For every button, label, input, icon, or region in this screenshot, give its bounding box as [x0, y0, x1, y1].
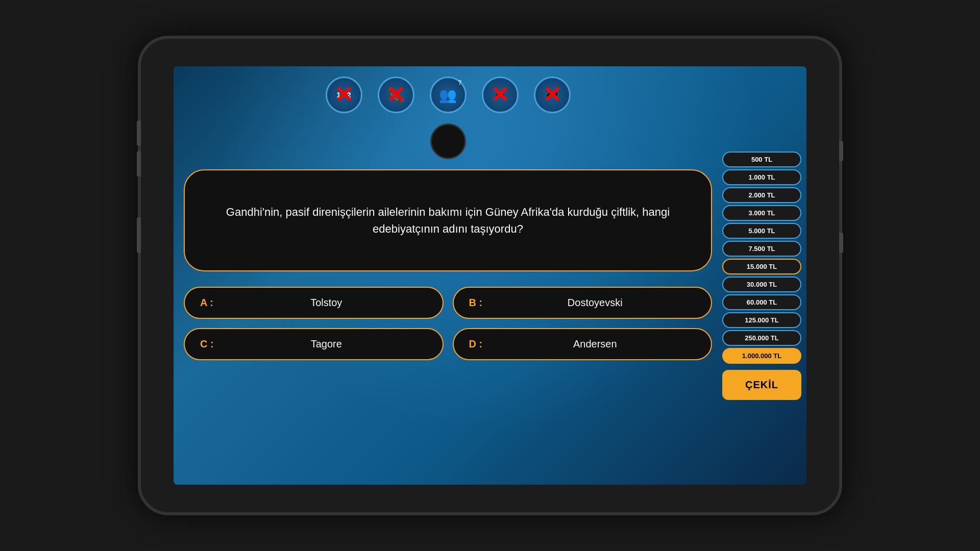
extra-lifeline[interactable]: ↩ ✕	[534, 77, 571, 113]
cekil-button[interactable]: ÇEKİL	[722, 370, 801, 400]
question-text: Gandhi'nin, pasif direnişçilerin aileler…	[205, 204, 691, 237]
answer-b-value: Dostoyevski	[495, 297, 696, 309]
ask-audience-lifeline[interactable]: 👥 ?	[430, 77, 467, 113]
side-button-mid[interactable]	[839, 233, 843, 253]
game-area: 1 × 2 ✕ 📞 ✕	[174, 66, 722, 485]
switch-icon: ↔	[493, 87, 507, 103]
question-box: Gandhi'nin, pasif direnişçilerin aileler…	[184, 169, 712, 271]
timer-circle	[430, 123, 466, 159]
answer-c-value: Tagore	[226, 338, 427, 350]
prize-ladder: 500 TL 1.000 TL 2.000 TL 3.000 TL 5.000 …	[722, 66, 806, 485]
answer-b[interactable]: B : Dostoyevski	[453, 287, 713, 319]
answer-d-value: Andersen	[495, 338, 696, 350]
prize-7500[interactable]: 7.500 TL	[722, 241, 801, 257]
prize-60000[interactable]: 60.000 TL	[722, 294, 801, 310]
lifelines-row: 1 × 2 ✕ 📞 ✕	[184, 77, 712, 113]
answer-c-letter: C :	[200, 338, 215, 350]
extra-icon: ↩	[546, 87, 558, 104]
power-button[interactable]	[137, 217, 141, 253]
answer-a[interactable]: A : Tolstoy	[184, 287, 444, 319]
answer-d-letter: D :	[469, 338, 484, 350]
prize-15000[interactable]: 15.000 TL	[722, 259, 801, 274]
prize-125000[interactable]: 125.000 TL	[722, 312, 801, 328]
prize-1000[interactable]: 1.000 TL	[722, 169, 801, 185]
answer-c[interactable]: C : Tagore	[184, 328, 444, 360]
prize-3000[interactable]: 3.000 TL	[722, 205, 801, 221]
prize-5000[interactable]: 5.000 TL	[722, 223, 801, 239]
side-button-top[interactable]	[839, 141, 843, 161]
answer-b-letter: B :	[469, 297, 484, 309]
answer-a-letter: A :	[200, 297, 215, 309]
switch-question-lifeline[interactable]: ↔ ✕	[482, 77, 519, 113]
device-screen: 1 × 2 ✕ 📞 ✕	[174, 66, 806, 485]
answer-d[interactable]: D : Andersen	[453, 328, 713, 360]
prize-250000[interactable]: 250.000 TL	[722, 330, 801, 346]
prize-1000000[interactable]: 1.000.000 TL	[722, 348, 801, 364]
phone-icon: 📞	[387, 87, 405, 104]
volume-up-button[interactable]	[137, 120, 141, 146]
prize-500[interactable]: 500 TL	[722, 152, 801, 167]
volume-down-button[interactable]	[137, 151, 141, 177]
phone-friend-lifeline[interactable]: 📞 ✕	[378, 77, 414, 113]
answers-grid: A : Tolstoy B : Dostoyevski C : Tagore D…	[184, 287, 712, 360]
prize-30000[interactable]: 30.000 TL	[722, 277, 801, 292]
prize-2000[interactable]: 2.000 TL	[722, 187, 801, 203]
audience-icon: 👥	[439, 87, 457, 104]
fifty-fifty-lifeline[interactable]: 1 × 2 ✕	[326, 77, 362, 113]
fifty-fifty-icon: 1 × 2	[336, 90, 351, 101]
device-frame: 1 × 2 ✕ 📞 ✕	[138, 36, 842, 515]
answer-a-value: Tolstoy	[226, 297, 427, 309]
